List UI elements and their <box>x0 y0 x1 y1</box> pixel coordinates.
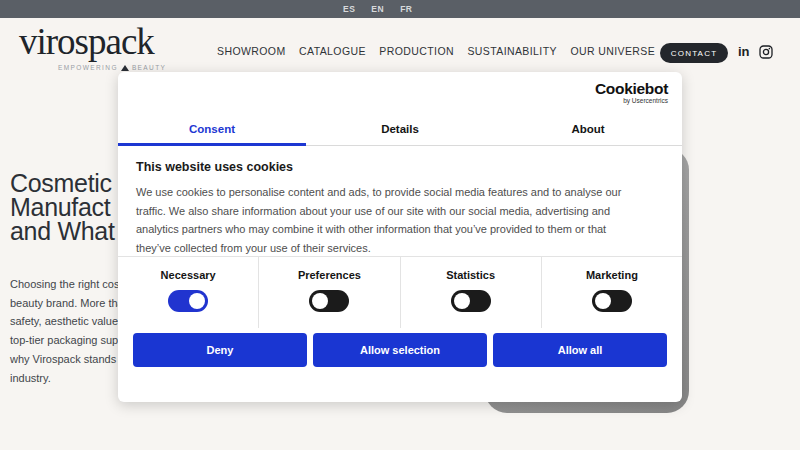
preferences-toggle[interactable] <box>309 290 349 312</box>
site-header: virospack EMPOWERING BEAUTY SHOWROOM CAT… <box>0 18 800 80</box>
category-label: Statistics <box>401 269 541 281</box>
nav-item-showroom[interactable]: SHOWROOM <box>217 45 286 57</box>
cookiebot-logo[interactable]: Cookiebot by Usercentrics <box>595 81 668 104</box>
instagram-icon[interactable] <box>759 45 773 59</box>
category-necessary: Necessary <box>118 257 258 328</box>
cookiebot-wordmark: Cookiebot <box>595 81 668 97</box>
nav-item-sustainability[interactable]: SUSTAINABILITY <box>467 45 556 57</box>
allow-all-button[interactable]: Allow all <box>493 333 667 367</box>
intro-paragraph-line: Choosing the right cosm <box>10 275 130 294</box>
intro-paragraph-line: why Virospack stands o <box>10 350 130 369</box>
lang-es[interactable]: ES <box>343 4 355 14</box>
nav-item-our-universe[interactable]: OUR UNIVERSE <box>570 45 655 57</box>
deny-button[interactable]: Deny <box>133 333 307 367</box>
dialog-tabs: Consent Details About <box>118 112 682 146</box>
toggle-knob <box>454 293 470 309</box>
main-nav: SHOWROOM CATALOGUE PRODUCTION SUSTAINABI… <box>217 45 702 57</box>
page-title-line: and What <box>10 220 115 244</box>
lang-en[interactable]: EN <box>371 4 384 14</box>
tab-about[interactable]: About <box>494 112 682 145</box>
nav-item-production[interactable]: PRODUCTION <box>379 45 454 57</box>
tab-consent[interactable]: Consent <box>118 112 306 145</box>
statistics-toggle[interactable] <box>451 290 491 312</box>
category-label: Necessary <box>118 269 258 281</box>
category-marketing: Marketing <box>541 257 682 328</box>
intro-paragraph-line: industry. <box>10 369 130 388</box>
cookie-categories: Necessary Preferences Statistics Marketi… <box>118 256 682 328</box>
cookiebot-byline: by Usercentrics <box>595 97 668 104</box>
virospack-logo[interactable]: virospack EMPOWERING BEAUTY <box>19 24 154 60</box>
intro-paragraph-line: safety, aesthetic value, a <box>10 312 130 331</box>
category-label: Preferences <box>259 269 399 281</box>
category-statistics: Statistics <box>400 257 541 328</box>
social-links: in <box>738 42 773 62</box>
language-switcher: ES EN FR <box>343 0 413 18</box>
logo-wordmark: virospack <box>19 24 154 60</box>
triangle-icon <box>121 65 129 71</box>
category-preferences: Preferences <box>258 257 399 328</box>
nav-item-catalogue[interactable]: CATALOGUE <box>299 45 366 57</box>
page-title: Cosmetic Manufact and What <box>10 172 115 243</box>
logo-tagline: EMPOWERING BEAUTY <box>58 64 166 71</box>
intro-paragraph: Choosing the right cosm beauty brand. Mo… <box>10 275 130 387</box>
necessary-toggle[interactable] <box>168 290 208 312</box>
intro-paragraph-line: top-tier packaging supp <box>10 331 130 350</box>
consent-actions: Deny Allow selection Allow all <box>133 333 667 367</box>
contact-button[interactable]: CONTACT <box>660 43 728 63</box>
toggle-knob <box>189 293 205 309</box>
marketing-toggle[interactable] <box>592 290 632 312</box>
tagline-word-1: EMPOWERING <box>58 64 118 71</box>
toggle-knob <box>595 293 611 309</box>
category-label: Marketing <box>542 269 682 281</box>
tab-details[interactable]: Details <box>306 112 494 145</box>
dialog-title: This website uses cookies <box>136 160 648 174</box>
dialog-description: We use cookies to personalise content an… <box>136 183 644 257</box>
linkedin-icon[interactable]: in <box>738 42 750 62</box>
lang-fr[interactable]: FR <box>400 4 412 14</box>
allow-selection-button[interactable]: Allow selection <box>313 333 487 367</box>
language-bar: ES EN FR <box>0 0 800 18</box>
cookie-consent-dialog: Cookiebot by Usercentrics Consent Detail… <box>118 72 682 402</box>
consent-panel: This website uses cookies We use cookies… <box>136 160 648 257</box>
tagline-word-2: BEAUTY <box>132 64 166 71</box>
toggle-knob <box>312 293 328 309</box>
intro-paragraph-line: beauty brand. More than <box>10 294 130 313</box>
